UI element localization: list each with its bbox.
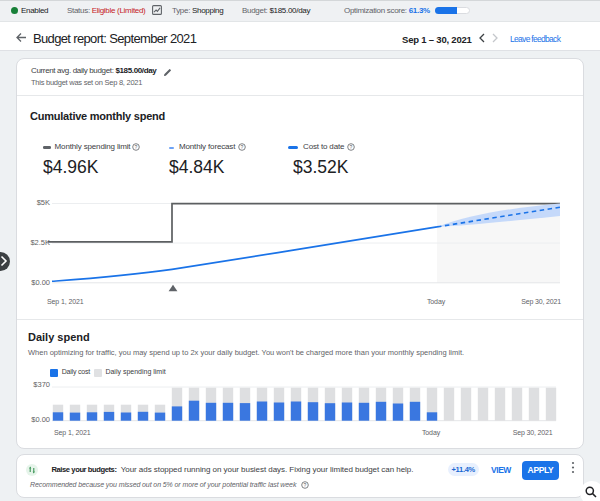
- svg-text:Sep 30, 2021: Sep 30, 2021: [521, 298, 561, 306]
- svg-text:Sep 1, 2021: Sep 1, 2021: [47, 298, 84, 306]
- svg-text:?: ?: [135, 144, 138, 150]
- svg-text:$0.00: $0.00: [31, 278, 50, 287]
- svg-text:$2.5K: $2.5K: [30, 238, 50, 247]
- svg-text:$370: $370: [33, 380, 50, 389]
- svg-text:Today: Today: [427, 298, 446, 306]
- svg-text:?: ?: [304, 482, 307, 488]
- svg-text:Today: Today: [422, 429, 441, 437]
- svg-text:Sep 1, 2021: Sep 1, 2021: [54, 429, 91, 437]
- svg-text:$0.00: $0.00: [31, 415, 50, 424]
- svg-text:Sep 30, 2021: Sep 30, 2021: [513, 429, 553, 437]
- svg-text:?: ?: [350, 144, 353, 150]
- svg-text:$5K: $5K: [37, 198, 50, 207]
- svg-text:?: ?: [241, 144, 244, 150]
